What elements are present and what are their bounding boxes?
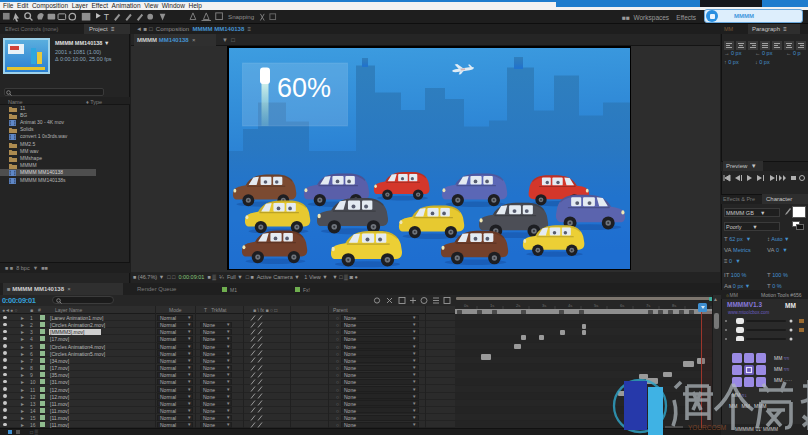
svg-text:4s: 4s (568, 303, 572, 308)
svg-text:Snapping: Snapping (228, 13, 255, 20)
svg-text:3s: 3s (542, 303, 546, 308)
svg-text:2s: 2s (516, 303, 520, 308)
svg-text:6s: 6s (620, 303, 624, 308)
svg-text:8s: 8s (672, 303, 676, 308)
svg-text:7s: 7s (646, 303, 650, 308)
svg-text:T: T (104, 12, 110, 22)
svg-text:0s: 0s (464, 303, 468, 308)
svg-text:1s: 1s (490, 303, 494, 308)
svg-text:YOURCOSM: YOURCOSM (688, 424, 726, 431)
svg-text:60%: 60% (277, 73, 331, 103)
svg-text:5s: 5s (594, 303, 598, 308)
